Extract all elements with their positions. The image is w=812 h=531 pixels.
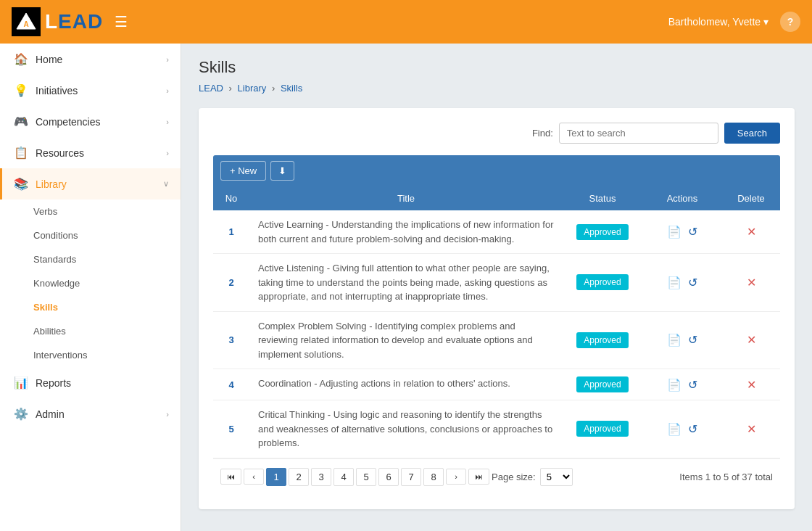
next-page-button[interactable]: › — [446, 469, 466, 485]
status-badge: Approved — [576, 332, 628, 348]
row-title: Active Listening - Giving full attention… — [249, 254, 563, 312]
download-icon: ⬇ — [278, 165, 286, 176]
page-7-button[interactable]: 7 — [401, 468, 421, 486]
table-row: 2 Active Listening - Giving full attenti… — [213, 254, 780, 312]
row-title: Critical Thinking - Using logic and reas… — [249, 400, 563, 458]
row-status: Approved — [563, 311, 642, 369]
chevron-right-icon: › — [166, 86, 169, 95]
history-icon[interactable]: ↺ — [688, 334, 697, 346]
sidebar-item-library[interactable]: 📚 Library ∨ — [0, 168, 181, 199]
items-info: Items 1 to 5 of 37 total — [679, 472, 773, 482]
delete-icon[interactable]: ✕ — [747, 276, 756, 289]
search-bar: Find: Search — [213, 123, 780, 144]
delete-icon[interactable]: ✕ — [747, 423, 756, 435]
sidebar-label-competencies: Competencies — [36, 116, 101, 128]
delete-icon[interactable]: ✕ — [747, 379, 756, 391]
first-page-button[interactable]: ⏮ — [220, 469, 241, 485]
col-no: No — [213, 186, 249, 210]
sidebar-label-admin: Admin — [36, 408, 65, 420]
sidebar-sub-skills[interactable]: Skills — [33, 295, 181, 319]
row-status: Approved — [563, 210, 642, 254]
row-status: Approved — [563, 369, 642, 400]
help-button[interactable]: ? — [780, 12, 800, 32]
svg-text:A: A — [23, 20, 28, 28]
sidebar-item-reports[interactable]: 📊 Reports — [0, 367, 181, 398]
table-row: 4 Coordination - Adjusting actions in re… — [213, 369, 780, 400]
sidebar-item-admin[interactable]: ⚙️ Admin › — [0, 398, 181, 429]
sidebar-label-reports: Reports — [36, 377, 71, 389]
row-number: 2 — [213, 254, 249, 312]
search-input[interactable] — [559, 123, 718, 144]
search-label: Find: — [532, 128, 553, 139]
nav-right: Bartholomew, Yvette ▾ ? — [668, 12, 800, 32]
row-actions: 📄 ↺ — [642, 254, 722, 312]
page-size-select[interactable]: 5 10 25 50 — [540, 468, 573, 486]
edit-icon[interactable]: 📄 — [667, 379, 682, 391]
breadcrumb-skills[interactable]: Skills — [281, 83, 302, 94]
row-actions: 📄 ↺ — [642, 311, 722, 369]
edit-icon[interactable]: 📄 — [667, 423, 682, 435]
page-size-wrap: Page size: 5 10 25 50 — [492, 468, 573, 486]
history-icon[interactable]: ↺ — [688, 226, 697, 238]
table-row: 1 Active Learning - Understanding the im… — [213, 210, 780, 254]
sidebar-sub-verbs[interactable]: Verbs — [33, 199, 181, 223]
prev-page-button[interactable]: ‹ — [244, 469, 264, 485]
chevron-right-icon: › — [166, 118, 169, 126]
col-actions: Actions — [642, 186, 722, 210]
download-button[interactable]: ⬇ — [270, 161, 294, 181]
row-actions: 📄 ↺ — [642, 369, 722, 400]
page-8-button[interactable]: 8 — [423, 468, 444, 486]
status-badge: Approved — [576, 274, 628, 290]
initiatives-icon: 💡 — [14, 83, 28, 97]
history-icon[interactable]: ↺ — [688, 379, 697, 391]
history-icon[interactable]: ↺ — [688, 423, 697, 435]
breadcrumb-library[interactable]: Library — [238, 83, 267, 94]
sidebar-sub-knowledge[interactable]: Knowledge — [33, 271, 181, 295]
delete-icon[interactable]: ✕ — [747, 226, 756, 238]
chevron-right-icon: › — [166, 55, 169, 64]
pagination-bar: ⏮ ‹ 1 2 3 4 5 6 7 8 › ⏭ Page size: 5 — [213, 458, 780, 495]
page-6-button[interactable]: 6 — [378, 468, 399, 486]
edit-icon[interactable]: 📄 — [667, 276, 682, 289]
logo[interactable]: A LEAD — [12, 7, 103, 36]
toolbar: + New ⬇ — [213, 155, 780, 186]
chevron-right-icon: › — [166, 149, 169, 157]
sidebar-item-home[interactable]: 🏠 Home › — [0, 44, 181, 75]
sidebar-sub-conditions[interactable]: Conditions — [33, 223, 181, 247]
status-badge: Approved — [576, 421, 628, 437]
breadcrumb-lead[interactable]: LEAD — [199, 83, 223, 94]
library-icon: 📚 — [14, 177, 28, 191]
sidebar-item-initiatives[interactable]: 💡 Initiatives › — [0, 75, 181, 106]
user-menu[interactable]: Bartholomew, Yvette ▾ — [668, 16, 768, 28]
library-submenu: Verbs Conditions Standards Knowledge Ski… — [0, 199, 181, 367]
sidebar-item-resources[interactable]: 📋 Resources › — [0, 137, 181, 168]
row-title: Active Learning - Understanding the impl… — [249, 210, 563, 254]
sidebar-item-competencies[interactable]: 🎮 Competencies › — [0, 106, 181, 137]
page-4-button[interactable]: 4 — [334, 468, 354, 486]
edit-icon[interactable]: 📄 — [667, 226, 682, 238]
skills-table: No Title Status Actions Delete 1 Active … — [213, 186, 780, 458]
sidebar-sub-interventions[interactable]: Interventions — [33, 343, 181, 367]
delete-icon[interactable]: ✕ — [747, 334, 756, 346]
col-delete: Delete — [722, 186, 780, 210]
page-1-button[interactable]: 1 — [266, 468, 286, 486]
page-3-button[interactable]: 3 — [311, 468, 331, 486]
logo-icon: A — [12, 7, 41, 36]
resources-icon: 📋 — [14, 146, 28, 160]
status-badge: Approved — [576, 376, 628, 392]
chevron-right-icon: › — [166, 410, 169, 419]
edit-icon[interactable]: 📄 — [667, 334, 682, 346]
page-5-button[interactable]: 5 — [356, 468, 376, 486]
last-page-button[interactable]: ⏭ — [468, 469, 489, 485]
history-icon[interactable]: ↺ — [688, 276, 697, 289]
sidebar-sub-abilities[interactable]: Abilities — [33, 319, 181, 343]
page-2-button[interactable]: 2 — [289, 468, 309, 486]
row-status: Approved — [563, 254, 642, 312]
main-layout: 🏠 Home › 💡 Initiatives › 🎮 Competencies … — [0, 44, 812, 531]
sidebar-sub-standards[interactable]: Standards — [33, 247, 181, 271]
search-button[interactable]: Search — [724, 123, 780, 144]
breadcrumb: LEAD › Library › Skills — [199, 83, 795, 94]
hamburger-menu[interactable]: ☰ — [115, 13, 128, 30]
nav-left: A LEAD ☰ — [12, 7, 128, 36]
new-button[interactable]: + New — [220, 161, 266, 181]
